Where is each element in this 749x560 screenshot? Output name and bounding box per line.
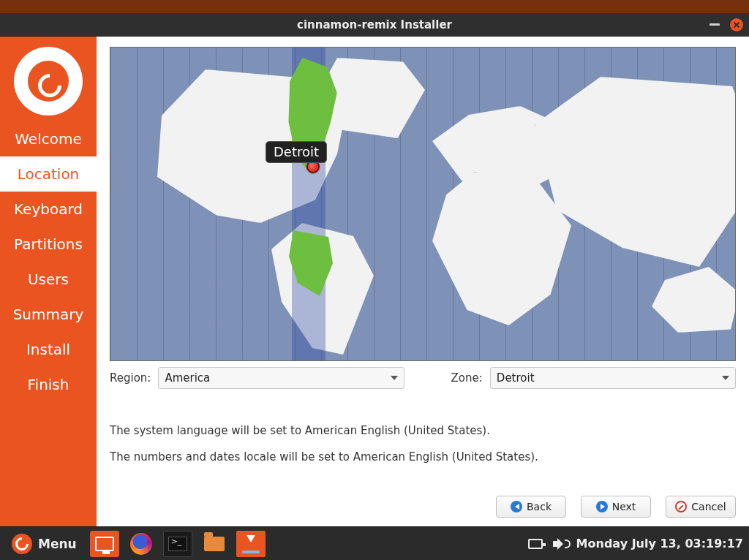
sidebar-item-welcome[interactable]: Welcome [0,121,97,156]
timezone-map[interactable]: Detroit [110,47,736,361]
sidebar-item-location[interactable]: Location [0,156,97,192]
distro-logo-icon [14,47,83,116]
sidebar-item-partitions[interactable]: Partitions [0,227,97,262]
sidebar-item-keyboard[interactable]: Keyboard [0,192,97,227]
cancel-icon [675,501,687,512]
window-body: Welcome Location Keyboard Partitions Use… [0,37,749,526]
chevron-down-icon [391,376,398,380]
monitor-icon [95,537,114,551]
cancel-button[interactable]: Cancel [666,496,736,518]
location-marker-label: Detroit [266,141,327,163]
desktop-top-panel [0,0,749,13]
locale-info: The system language will be set to Ameri… [110,424,736,477]
sidebar-item-finish[interactable]: Finish [0,367,97,402]
installer-task[interactable] [236,531,266,557]
back-button[interactable]: Back [496,496,566,518]
locale-text: The numbers and dates locale will be set… [110,450,736,463]
minimize-icon[interactable] [710,23,720,26]
chevron-down-icon [722,376,729,380]
content-pane: Detroit Region: America Zone: Detroit Th… [97,37,749,526]
files-launcher[interactable] [200,531,229,557]
firefox-icon [130,533,152,555]
show-desktop-button[interactable] [90,531,119,557]
system-tray: Monday July 13, 03:19:17 [528,537,743,550]
network-icon[interactable] [528,539,543,549]
terminal-launcher[interactable] [163,531,192,557]
region-zone-row: Region: America Zone: Detroit [110,367,736,389]
window-titlebar: cinnamon-remix Installer [0,13,749,37]
cancel-button-label: Cancel [691,501,726,512]
zone-combobox[interactable]: Detroit [490,367,736,389]
sidebar-item-summary[interactable]: Summary [0,297,97,332]
close-icon[interactable] [730,18,743,31]
terminal-icon [168,537,187,551]
zone-value: Detroit [497,371,535,385]
arrow-right-icon [596,501,608,512]
arrow-left-icon [511,501,522,512]
menu-button[interactable]: Menu [6,531,83,557]
system-language-text: The system language will be set to Ameri… [110,424,736,437]
window-title: cinnamon-remix Installer [297,18,452,31]
folder-icon [204,537,225,551]
desktop-taskbar: Menu Monday July 13, 03:19:17 [0,526,749,560]
sidebar-item-users[interactable]: Users [0,262,97,297]
firefox-launcher[interactable] [127,531,156,557]
next-button-label: Next [612,501,636,512]
nav-button-row: Back Next Cancel [110,491,736,518]
sidebar-item-install[interactable]: Install [0,332,97,367]
region-value: America [165,371,210,385]
zone-label: Zone: [451,371,483,385]
menu-label: Menu [38,537,77,551]
installer-sidebar: Welcome Location Keyboard Partitions Use… [0,37,97,526]
region-combobox[interactable]: America [158,367,404,389]
back-button-label: Back [527,501,552,512]
region-label: Region: [110,371,151,385]
menu-logo-icon [12,534,32,554]
volume-icon[interactable] [553,538,566,550]
clock[interactable]: Monday July 13, 03:19:17 [576,537,743,550]
next-button[interactable]: Next [581,496,651,518]
